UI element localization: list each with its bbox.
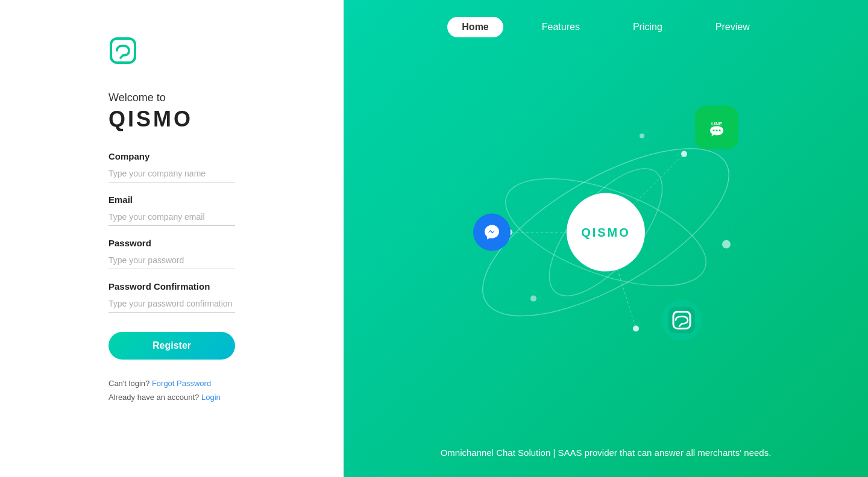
cant-login-text: Can't login? <box>108 379 149 388</box>
password-confirmation-field-group: Password Confirmation <box>108 281 235 313</box>
already-account-text: Already have an account? <box>108 393 199 402</box>
company-field-group: Company <box>108 151 235 182</box>
logo <box>108 36 235 92</box>
email-input[interactable] <box>108 208 235 226</box>
cant-login-line: Can't login? Forgot Password <box>108 376 235 390</box>
already-account-line: Already have an account? Login <box>108 390 235 404</box>
footer-links: Can't login? Forgot Password Already hav… <box>108 376 235 405</box>
messenger-icon <box>473 214 511 251</box>
svg-rect-0 <box>111 39 135 63</box>
svg-point-10 <box>722 240 731 249</box>
nav-pricing[interactable]: Pricing <box>618 17 677 37</box>
svg-point-16 <box>716 129 718 131</box>
orbit-diagram: QISMO LINE <box>449 76 763 389</box>
welcome-text: Welcome to <box>108 92 235 104</box>
register-button[interactable]: Register <box>108 332 235 360</box>
forgot-password-link[interactable]: Forgot Password <box>152 379 211 388</box>
right-panel: Home Features Pricing Preview QI <box>344 0 868 477</box>
login-link[interactable]: Login <box>201 393 221 402</box>
qismo-small-icon <box>661 300 702 341</box>
password-field-group: Password <box>108 238 235 269</box>
password-confirmation-input[interactable] <box>108 295 235 313</box>
tagline: Omnichannel Chat Solution | SAAS provide… <box>441 447 772 477</box>
brand-name: QISMO <box>108 107 235 132</box>
svg-point-9 <box>633 326 639 332</box>
email-label: Email <box>108 195 235 205</box>
svg-point-11 <box>530 296 536 302</box>
svg-point-7 <box>681 151 687 157</box>
password-confirmation-label: Password Confirmation <box>108 281 235 292</box>
navigation: Home Features Pricing Preview <box>447 0 764 37</box>
nav-features[interactable]: Features <box>527 17 594 37</box>
line-icon: LINE <box>695 106 738 149</box>
company-label: Company <box>108 151 235 161</box>
svg-text:LINE: LINE <box>711 121 723 126</box>
center-qismo: QISMO <box>567 193 645 272</box>
company-input[interactable] <box>108 165 235 182</box>
email-field-group: Email <box>108 195 235 226</box>
password-input[interactable] <box>108 252 235 269</box>
svg-point-12 <box>640 134 644 139</box>
password-label: Password <box>108 238 235 248</box>
left-panel: Welcome to QISMO Company Email Password … <box>0 0 344 477</box>
svg-point-15 <box>713 129 715 131</box>
nav-preview[interactable]: Preview <box>701 17 764 37</box>
nav-home[interactable]: Home <box>447 17 503 37</box>
svg-point-17 <box>719 129 721 131</box>
